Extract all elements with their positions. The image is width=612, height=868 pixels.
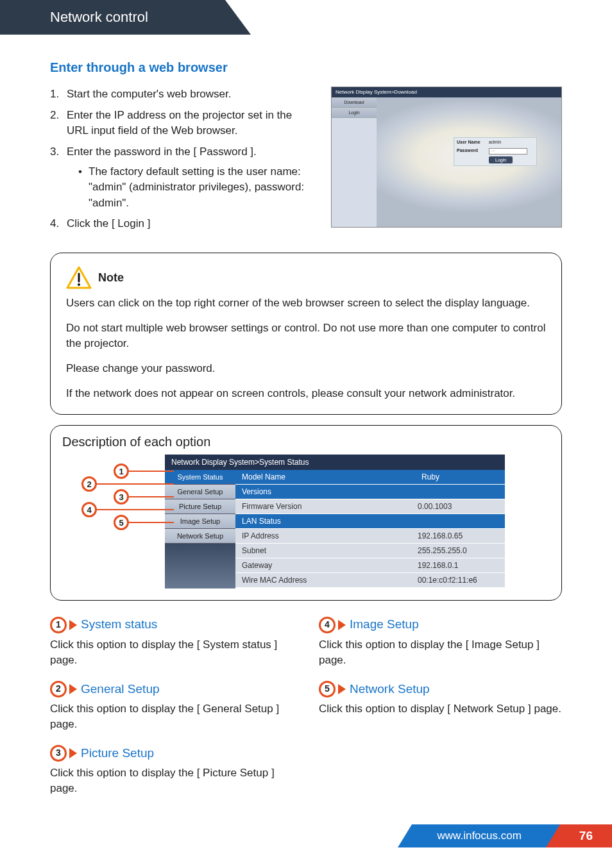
description-title: Description of each option bbox=[62, 435, 550, 449]
opt1-title: System status bbox=[81, 616, 157, 633]
model-name-header: Model Name bbox=[242, 472, 421, 481]
opt3-title: Picture Setup bbox=[81, 745, 154, 762]
sidebar-picture-setup[interactable]: Picture Setup bbox=[165, 499, 235, 514]
opt3-body: Click this option to display the [ Pictu… bbox=[50, 765, 293, 796]
note-box: Note Users can click on the top right co… bbox=[50, 253, 562, 415]
login-button[interactable]: Login bbox=[489, 156, 513, 163]
step-4: Click the [ Login ] bbox=[50, 216, 312, 232]
versions-header: Versions bbox=[235, 485, 505, 499]
ip-val: 192.168.0.65 bbox=[415, 529, 465, 543]
section-heading: Enter through a web browser bbox=[50, 60, 562, 75]
callout-2: 2 bbox=[81, 476, 97, 492]
page-title: Network control bbox=[50, 9, 148, 25]
step-3-note: The factory default setting is the user … bbox=[67, 164, 312, 212]
sidebar-network-setup[interactable]: Network Setup bbox=[165, 529, 235, 544]
opt2-title: General Setup bbox=[81, 681, 160, 698]
note-heading: Note bbox=[98, 269, 124, 286]
footer-url: www.infocus.com bbox=[412, 824, 560, 847]
note-p3: Please change your password. bbox=[66, 361, 546, 377]
mac-val: 00:1e:c0:f2:11:e6 bbox=[415, 573, 480, 587]
firmware-key: Firmware Version bbox=[235, 499, 415, 513]
sidebar-general-setup[interactable]: General Setup bbox=[165, 485, 235, 499]
opt2-badge: 2 bbox=[50, 681, 67, 697]
model-name-value: Ruby bbox=[421, 472, 439, 481]
opt1-body: Click this option to display the [ Syste… bbox=[50, 637, 293, 668]
system-status-screenshot: 1 2 3 4 5 Network Display System>System … bbox=[165, 455, 550, 588]
username-label: User Name bbox=[457, 140, 489, 144]
username-value: admin bbox=[489, 140, 501, 144]
firmware-val: 0.00.1003 bbox=[415, 499, 454, 513]
login-titlebar: Network Display System>Download bbox=[332, 87, 561, 97]
login-side-login[interactable]: Login bbox=[332, 108, 377, 118]
step-2: Enter the IP address on the projector se… bbox=[50, 108, 312, 139]
login-screenshot: Network Display System>Download Download… bbox=[331, 87, 562, 228]
arrow-icon bbox=[338, 620, 346, 630]
instructions: Start the computer's web browser. Enter … bbox=[50, 87, 312, 237]
sidebar-filler bbox=[165, 544, 235, 588]
callout-5: 5 bbox=[114, 515, 129, 530]
page-number: 76 bbox=[560, 824, 612, 847]
step-3: Enter the password in the [ Password ]. … bbox=[50, 144, 312, 212]
svg-point-2 bbox=[78, 283, 80, 286]
warning-icon bbox=[66, 266, 92, 289]
arrow-icon bbox=[338, 684, 346, 694]
password-input[interactable]: ···· bbox=[489, 148, 527, 154]
opt3-badge: 3 bbox=[50, 745, 67, 762]
arrow-icon bbox=[69, 684, 77, 694]
mac-key: Wire MAC Address bbox=[235, 573, 415, 587]
login-side-download[interactable]: Download bbox=[332, 97, 377, 108]
page-header: Network control bbox=[0, 0, 225, 35]
arrow-icon bbox=[69, 620, 77, 630]
opt1-badge: 1 bbox=[50, 617, 67, 633]
note-p2: Do not start multiple web browser settin… bbox=[66, 321, 546, 352]
ip-key: IP Address bbox=[235, 529, 415, 543]
subnet-val: 255.255.255.0 bbox=[415, 544, 470, 558]
opt5-title: Network Setup bbox=[350, 681, 430, 698]
note-p4: If the network does not appear on screen… bbox=[66, 386, 546, 402]
opt5-body: Click this option to display [ Network S… bbox=[319, 701, 562, 717]
description-box: Description of each option 1 2 3 4 5 Net… bbox=[50, 425, 562, 601]
opt4-body: Click this option to display the [ Image… bbox=[319, 637, 562, 668]
lan-status-header: LAN Status bbox=[235, 514, 505, 529]
note-p1: Users can click on the top right corner … bbox=[66, 296, 546, 312]
options-grid: 1System status Click this option to disp… bbox=[50, 616, 562, 809]
password-label: Password bbox=[457, 148, 489, 154]
sidebar-system-status[interactable]: System Status bbox=[165, 470, 235, 485]
callout-4: 4 bbox=[81, 502, 97, 517]
subnet-key: Subnet bbox=[235, 544, 415, 558]
arrow-icon bbox=[69, 748, 77, 758]
opt5-badge: 5 bbox=[319, 681, 336, 697]
step-1: Start the computer's web browser. bbox=[50, 87, 312, 103]
gateway-key: Gateway bbox=[235, 558, 415, 572]
opt2-body: Click this option to display the [ Gener… bbox=[50, 701, 293, 732]
opt4-badge: 4 bbox=[319, 617, 336, 633]
status-breadcrumb: Network Display System>System Status bbox=[165, 455, 505, 470]
sidebar-image-setup[interactable]: Image Setup bbox=[165, 514, 235, 529]
gateway-val: 192.168.0.1 bbox=[415, 558, 461, 572]
login-form: User Name admin Password ···· Login bbox=[454, 137, 537, 166]
opt4-title: Image Setup bbox=[350, 616, 419, 633]
